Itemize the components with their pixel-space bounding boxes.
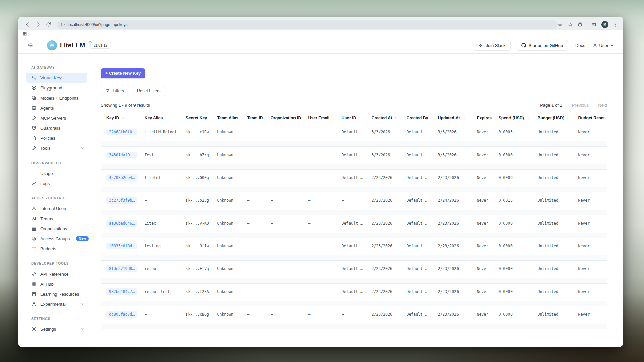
star-github-button[interactable]: Star us on GitHub <box>517 40 568 51</box>
info-icon[interactable] <box>61 22 65 27</box>
sidebar-item-learning-resources[interactable]: Learning Resources <box>26 289 87 299</box>
table-row: aa36bad046…Litexsk-...v-KQUnknown–––Defa… <box>101 215 607 238</box>
column-header-budget-reset[interactable]: Budget Reset <box>578 112 607 124</box>
key-id-link[interactable]: 3c273f3f9b… <box>106 197 137 204</box>
next-button[interactable]: Next <box>598 103 607 108</box>
cell-expires: Never <box>477 306 499 329</box>
column-header-key-alias[interactable]: Key Alias↑↓ <box>145 112 186 124</box>
cell-key-alias: – <box>145 306 186 329</box>
column-header-user-email[interactable]: User Email <box>308 112 342 124</box>
bookmark-star-icon[interactable] <box>568 22 573 27</box>
cell-team-alias: Unknown <box>217 261 247 284</box>
sidebar-item-organizations[interactable]: Organizations <box>26 224 87 234</box>
flask-icon <box>31 301 37 307</box>
column-header-key-id[interactable]: Key ID↑↓ <box>101 112 145 124</box>
browser-toolbar: localhost:4000/ui/?page=api-keys M <box>18 17 623 30</box>
column-header-budget-usd[interactable]: Budget (USD)↑↓ <box>538 112 578 124</box>
docs-link[interactable]: Docs <box>575 43 585 48</box>
cell-secret-key: sk-...9fIw <box>186 238 217 261</box>
key-id-link[interactable]: aa36bad046… <box>106 220 137 227</box>
key-id-link[interactable]: dc805fac7d… <box>106 311 137 318</box>
column-header-secret-key[interactable]: Secret Key <box>186 112 217 124</box>
extensions-icon[interactable] <box>577 22 583 27</box>
column-header-expires[interactable]: Expires <box>477 112 499 124</box>
column-header-team-id[interactable]: Team ID <box>247 112 271 124</box>
apps-grid-icon[interactable] <box>23 32 27 36</box>
forward-icon[interactable] <box>35 22 41 27</box>
shield-icon <box>31 125 37 131</box>
cell-created-at: 3/3/2026 <box>372 124 407 147</box>
cell-secret-key: sk-...E_Vg <box>186 261 217 284</box>
sidebar-item-policies[interactable]: Policies <box>26 133 87 143</box>
sidebar-item-experimental[interactable]: Experimental <box>26 299 87 309</box>
cell-key-alias: LiteLLM-Retool <box>145 124 186 147</box>
cell-spend-usd: 0.0003 <box>499 124 538 147</box>
sidebar-item-guardrails[interactable]: Guardrails <box>26 123 87 133</box>
cell-created-by: Default … <box>407 147 438 170</box>
back-icon[interactable] <box>25 22 31 27</box>
key-id-link[interactable]: 982bd484c7… <box>106 288 137 295</box>
sidebar-item-playground[interactable]: Playground <box>26 83 87 93</box>
cell-organization-id: – <box>271 215 308 238</box>
sidebar-item-internal-users[interactable]: Internal Users <box>26 203 87 214</box>
sidebar-item-models-endpoints[interactable]: Models + Endpoints <box>26 93 87 103</box>
reload-icon[interactable] <box>46 22 51 27</box>
url-bar[interactable]: localhost:4000/ui/?page=api-keys <box>57 20 558 29</box>
sidebar-item-agents[interactable]: Agents <box>26 103 87 113</box>
key-id-link[interactable]: 45708b2ee4… <box>106 174 137 181</box>
cell-expires: Never <box>477 147 499 170</box>
key-id-link[interactable]: f0835c0f8d… <box>106 243 137 249</box>
sidebar-collapse-icon[interactable] <box>27 42 33 48</box>
cell-budget-usd: Unlimited <box>538 147 578 170</box>
column-header-created-at[interactable]: Created At <box>372 112 407 124</box>
cell-team-alias: Unknown <box>217 215 247 238</box>
key-id-link[interactable]: 8fde3719d8… <box>106 265 137 272</box>
cell-team-id: – <box>247 124 271 147</box>
sidebar-item-usage[interactable]: Usage <box>26 168 87 178</box>
column-header-team-alias[interactable]: Team Alias <box>217 112 247 124</box>
cell-spend-usd: 0.0000 <box>499 261 538 284</box>
key-id-link[interactable]: 22b68fb0f0… <box>106 129 137 135</box>
browser-profile-avatar[interactable]: M <box>601 21 608 28</box>
sort-icon: ↑↓ <box>526 116 529 120</box>
sidebar-item-logs[interactable]: Logs <box>26 178 87 188</box>
filters-button[interactable]: Filters <box>101 86 129 96</box>
side-panel-icon[interactable] <box>592 22 597 27</box>
join-slack-label: Join Slack <box>486 43 505 48</box>
cell-key-id: dc805fac7d… <box>101 306 145 329</box>
version-badge: v1.81.12 <box>90 42 110 49</box>
column-header-organization-id[interactable]: Organization ID <box>271 112 308 124</box>
sidebar-item-ai-hub[interactable]: AI Hub <box>26 279 87 289</box>
cell-created-at: 2/23/2026 <box>372 284 407 306</box>
column-header-spend-usd[interactable]: Spend (USD)↑↓ <box>499 112 538 124</box>
sidebar-item-label: Models + Endpoints <box>40 96 79 101</box>
zoom-search-icon[interactable] <box>558 22 563 27</box>
cell-budget-usd: Unlimited <box>538 124 578 147</box>
menu-dots-icon[interactable] <box>613 22 618 27</box>
sidebar-item-virtual-keys[interactable]: Virtual Keys <box>26 73 87 83</box>
previous-button[interactable]: Previous <box>572 103 589 108</box>
sidebar-item-settings[interactable]: Settings <box>26 324 87 334</box>
sidebar-item-mcp-servers[interactable]: MCP Servers <box>26 113 87 123</box>
column-header-user-id[interactable]: User ID <box>342 112 372 124</box>
funnel-icon <box>106 89 110 93</box>
sidebar-item-label: Policies <box>40 136 55 141</box>
user-menu[interactable]: User <box>593 43 614 48</box>
key-id-link[interactable]: 34301daf9f… <box>106 152 137 158</box>
sidebar-item-access-groups[interactable]: Access GroupsNew <box>26 234 87 244</box>
join-slack-button[interactable]: Join Slack <box>474 40 510 51</box>
sidebar-item-teams[interactable]: Teams <box>26 214 87 224</box>
bookmarks-bar <box>18 30 623 37</box>
cell-updated-at: 2/23/2026 <box>438 215 477 238</box>
reset-filters-button[interactable]: Reset Filters <box>132 86 165 96</box>
column-header-created-by[interactable]: Created By <box>407 112 438 124</box>
cell-updated-at: 2/23/2026 <box>438 238 477 261</box>
sidebar-item-budgets[interactable]: Budgets <box>26 244 87 254</box>
create-new-key-button[interactable]: + Create New Key <box>101 68 145 78</box>
wrench-icon <box>31 115 37 121</box>
sidebar-item-label: API Reference <box>40 272 69 277</box>
sidebar-item-tools[interactable]: Tools <box>26 143 87 153</box>
sidebar-item-api-reference[interactable]: API Reference <box>26 269 87 279</box>
column-header-updated-at[interactable]: Updated At↑↓ <box>438 112 477 124</box>
bank-icon <box>31 226 37 231</box>
